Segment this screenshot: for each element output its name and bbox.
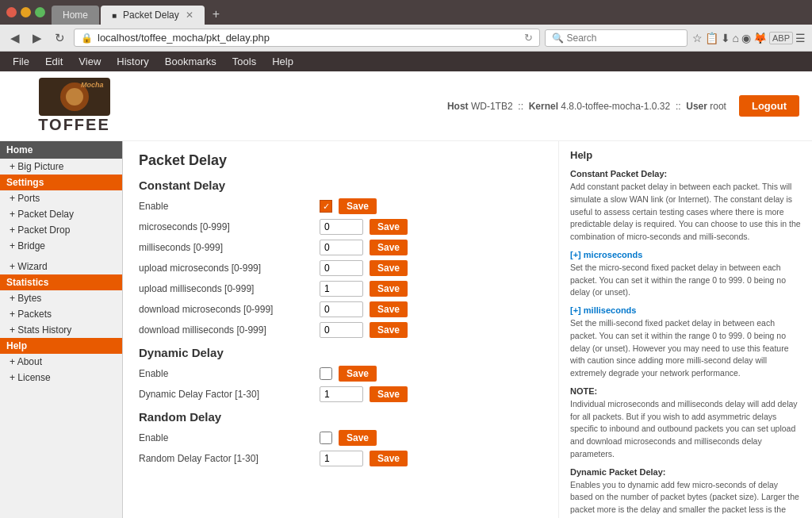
dynamic-factor-input[interactable]: [320, 386, 363, 402]
sidebar: Home + Big Picture Settings + Ports + Pa…: [0, 141, 123, 518]
tab-bar: Home ■ Packet Delay ✕ +: [52, 4, 806, 25]
checkbox-checked-constant[interactable]: ✓: [320, 200, 332, 213]
enable-row-dynamic: Enable Save: [139, 366, 542, 382]
download-microseconds-row: download microseconds [0-999] Save: [139, 301, 542, 317]
random-factor-row: Random Delay Factor [1-30] Save: [139, 451, 542, 466]
sidebar-section-settings: Settings: [0, 175, 122, 190]
help-section-3-text: Individual microseconds and milliseconds…: [570, 398, 801, 461]
tab-close-icon[interactable]: ✕: [186, 10, 193, 21]
sidebar-item-bytes[interactable]: + Bytes: [0, 290, 122, 306]
help-section-2-text: Set the milli-second fixed packet delay …: [570, 317, 801, 380]
save-microseconds[interactable]: Save: [370, 219, 408, 235]
close-button[interactable]: [6, 7, 17, 17]
download-milliseconds-row: download milliseconds [0-999] Save: [139, 322, 542, 338]
nav-refresh-button[interactable]: ↻: [51, 29, 69, 47]
search-bar[interactable]: 🔍: [545, 29, 688, 47]
sidebar-item-ports[interactable]: + Ports: [0, 190, 122, 206]
bookmark-icon[interactable]: ☆: [692, 32, 703, 44]
save-download-milliseconds[interactable]: Save: [370, 322, 408, 338]
pocket-icon[interactable]: ◉: [741, 32, 751, 44]
tab-home[interactable]: Home: [52, 6, 99, 25]
sidebar-item-wizard[interactable]: + Wizard: [0, 259, 122, 274]
reader-icon[interactable]: 📋: [705, 32, 718, 44]
tab-packet-delay[interactable]: ■ Packet Delay ✕: [101, 6, 205, 25]
download-milliseconds-input[interactable]: [320, 322, 363, 338]
window-controls: [6, 7, 45, 21]
save-enable-dynamic[interactable]: Save: [339, 366, 377, 382]
maximize-button[interactable]: [35, 7, 45, 17]
search-input[interactable]: [567, 33, 670, 44]
upload-microseconds-input[interactable]: [320, 260, 363, 276]
help-section-3: NOTE: Individual microseconds and millis…: [570, 386, 801, 461]
sidebar-item-packets[interactable]: + Packets: [0, 306, 122, 322]
host-info: Host WD-1TB2 :: Kernel 4.8.0-toffee-moch…: [136, 101, 739, 112]
save-enable-constant[interactable]: Save: [339, 198, 377, 214]
sidebar-item-about[interactable]: + About: [0, 354, 122, 370]
save-dynamic-factor[interactable]: Save: [370, 386, 408, 402]
tab-favicon: ■: [112, 11, 117, 20]
sidebar-item-bridge[interactable]: + Bridge: [0, 238, 122, 254]
microseconds-input[interactable]: [320, 219, 363, 235]
checkbox-random[interactable]: [320, 432, 332, 444]
save-upload-milliseconds[interactable]: Save: [370, 281, 408, 297]
menu-edit[interactable]: Edit: [39, 53, 69, 70]
minimize-button[interactable]: [21, 7, 31, 17]
sidebar-item-packet-drop[interactable]: + Packet Drop: [0, 222, 122, 238]
sidebar-item-license[interactable]: + License: [0, 370, 122, 386]
nav-back-button[interactable]: ◀: [6, 29, 24, 47]
help-section-1-text: Set the micro-second fixed packet delay …: [570, 262, 801, 299]
url-bar[interactable]: 🔒 localhost/toffee_mocha/pkt_delay.php ↻: [74, 29, 540, 47]
refresh-url-button[interactable]: ↻: [524, 32, 533, 44]
user-label: User: [686, 101, 707, 112]
menu-file[interactable]: File: [6, 53, 36, 70]
user-value: root: [710, 101, 726, 112]
help-section-1: [+] microseconds Set the micro-second fi…: [570, 250, 801, 299]
menu-history[interactable]: History: [110, 53, 155, 70]
enable-row-random: Enable Save: [139, 430, 542, 446]
help-section-0-title: Constant Packet Delay:: [570, 169, 801, 178]
sidebar-nav: Home + Big Picture Settings + Ports + Pa…: [0, 141, 122, 386]
abp-icon[interactable]: ABP: [769, 32, 793, 44]
milliseconds-row: milliseconds [0-999] Save: [139, 240, 542, 255]
new-tab-button[interactable]: +: [206, 4, 226, 25]
menu-icon[interactable]: ☰: [795, 32, 806, 44]
logout-button[interactable]: Logout: [739, 95, 799, 117]
firefox-icon[interactable]: 🦊: [753, 32, 767, 44]
sidebar-section-help: Help: [0, 338, 122, 354]
dynamic-delay-section: Dynamic Delay Enable Save Dynamic Delay …: [139, 346, 542, 402]
home-icon[interactable]: ⌂: [733, 32, 739, 44]
save-milliseconds[interactable]: Save: [370, 240, 408, 255]
page-header: Mocha TOFFEE Host WD-1TB2 :: Kernel 4.8.…: [0, 71, 812, 141]
sidebar-item-stats-history[interactable]: + Stats History: [0, 322, 122, 338]
download-microseconds-input[interactable]: [320, 301, 363, 317]
sidebar-item-big-picture[interactable]: + Big Picture: [0, 159, 122, 175]
menu-tools[interactable]: Tools: [226, 53, 262, 70]
random-factor-label: Random Delay Factor [1-30]: [139, 453, 313, 464]
download-microseconds-label: download microseconds [0-999]: [139, 304, 313, 315]
download-icon[interactable]: ⬇: [721, 32, 730, 44]
checkbox-dynamic[interactable]: [320, 367, 332, 380]
help-section-0: Constant Packet Delay: Add constant pack…: [570, 169, 801, 244]
random-factor-input[interactable]: [320, 451, 363, 466]
save-download-microseconds[interactable]: Save: [370, 301, 408, 317]
sidebar-item-packet-delay[interactable]: + Packet Delay: [0, 206, 122, 222]
help-section-3-title: NOTE:: [570, 386, 801, 396]
enable-row-constant: Enable ✓ Save: [139, 198, 542, 214]
help-section-4: Dynamic Packet Delay: Enables you to dyn…: [570, 467, 801, 519]
nav-bar: ◀ ▶ ↻ 🔒 localhost/toffee_mocha/pkt_delay…: [0, 25, 812, 52]
save-upload-microseconds[interactable]: Save: [370, 260, 408, 276]
upload-milliseconds-input[interactable]: [320, 281, 363, 297]
menu-help[interactable]: Help: [266, 53, 300, 70]
host-label: Host: [447, 101, 469, 112]
upload-microseconds-label: upload microseconds [0-999]: [139, 263, 313, 274]
menu-view[interactable]: View: [72, 53, 107, 70]
save-random-factor[interactable]: Save: [370, 451, 408, 466]
upload-milliseconds-label: upload milliseconds [0-999]: [139, 283, 313, 294]
milliseconds-label: milliseconds [0-999]: [139, 242, 313, 253]
menu-bookmarks[interactable]: Bookmarks: [159, 53, 223, 70]
page-content: Mocha TOFFEE Host WD-1TB2 :: Kernel 4.8.…: [0, 71, 812, 518]
save-enable-random[interactable]: Save: [339, 430, 377, 446]
milliseconds-input[interactable]: [320, 240, 363, 255]
sidebar-item-home[interactable]: Home: [0, 141, 122, 159]
nav-forward-button[interactable]: ▶: [29, 29, 46, 47]
